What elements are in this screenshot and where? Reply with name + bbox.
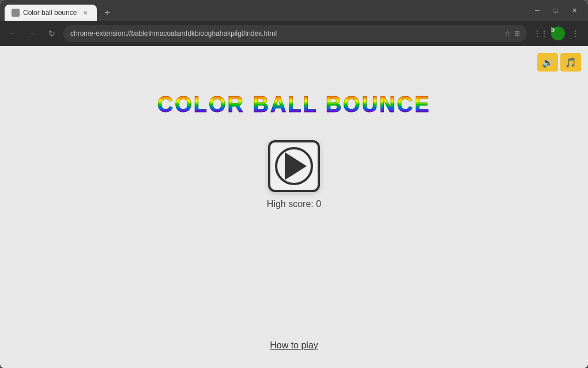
back-button[interactable]: ←: [5, 25, 21, 42]
url-icons: ☆ ⊞: [504, 29, 520, 37]
minimize-button[interactable]: ─: [528, 1, 546, 20]
play-triangle-icon: [285, 152, 307, 180]
audio-controls: 🔊 🎵: [537, 53, 581, 72]
active-tab[interactable]: Color ball bounce ✕: [5, 5, 97, 21]
forward-button[interactable]: →: [24, 25, 40, 42]
music-button[interactable]: 🎵: [560, 53, 581, 72]
play-button[interactable]: [268, 140, 320, 192]
mute-button[interactable]: 🔊: [537, 53, 558, 72]
how-to-play-link[interactable]: How to play: [270, 340, 318, 350]
menu-button[interactable]: ⋮: [567, 25, 583, 42]
reload-button[interactable]: ↻: [44, 25, 60, 42]
ext-green-button[interactable]: b: [550, 25, 566, 42]
game-title-container: COLOR BALL BOUNCE: [157, 92, 431, 117]
tab-favicon: [12, 9, 20, 17]
game-content: 🔊 🎵 COLOR BALL BOUNCE High score: 0 How …: [0, 46, 588, 368]
tab-title: Color ball bounce: [23, 9, 77, 17]
bookmark-icon[interactable]: ⊞: [514, 29, 520, 37]
tab-close-button[interactable]: ✕: [81, 8, 90, 17]
close-button[interactable]: ✕: [565, 1, 583, 20]
extensions-button[interactable]: ⋮⋮: [533, 25, 549, 42]
maximize-button[interactable]: □: [546, 1, 565, 20]
mute-icon: 🔊: [542, 57, 553, 68]
music-icon: 🎵: [565, 57, 576, 68]
high-score-display: High score: 0: [267, 199, 321, 209]
window-controls: ─ □ ✕: [528, 1, 583, 20]
url-bar[interactable]: chrome-extension://babknhmacoalamfdkbioo…: [63, 25, 527, 42]
new-tab-button[interactable]: +: [99, 5, 115, 21]
star-icon[interactable]: ☆: [504, 29, 511, 37]
play-circle: [275, 147, 313, 185]
ext-green-icon: b: [551, 27, 565, 40]
browser-window: Color ball bounce ✕ + ─ □ ✕ ← → ↻ chrome…: [0, 0, 588, 368]
tab-bar: Color ball bounce ✕ +: [5, 0, 523, 21]
play-area: High score: 0: [267, 140, 321, 209]
url-text: chrome-extension://babknhmacoalamfdkbioo…: [70, 29, 500, 37]
address-bar: ← → ↻ chrome-extension://babknhmacoalamf…: [0, 21, 588, 46]
how-to-play-container: How to play: [270, 340, 318, 351]
browser-actions: ⋮⋮ b ⋮: [533, 25, 583, 42]
title-bar: Color ball bounce ✕ + ─ □ ✕: [0, 0, 588, 21]
game-title: COLOR BALL BOUNCE: [157, 92, 431, 117]
